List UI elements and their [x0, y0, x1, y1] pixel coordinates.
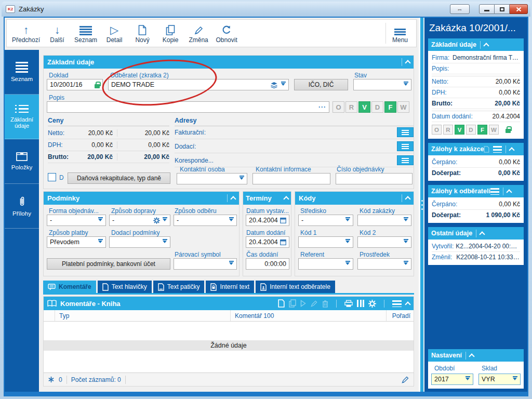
new-record-icon[interactable] [278, 299, 285, 308]
doklad-input[interactable] [50, 81, 95, 88]
platebni-podminky-button[interactable]: Platební podmínky, bankovní účet [47, 258, 170, 270]
sidebar-item-prilohy[interactable]: Přílohy [5, 184, 39, 229]
toolbar-button-menu[interactable]: Menu [386, 21, 414, 46]
copy-record-icon[interactable] [289, 299, 296, 308]
column-poradi[interactable]: Pořadí [387, 312, 414, 320]
fakturacni-menu-button[interactable] [397, 127, 414, 137]
menu-icon[interactable] [490, 188, 499, 195]
kontaktni-osoba-dropdown[interactable] [177, 173, 247, 184]
new-page-icon[interactable] [484, 146, 489, 153]
grid-menu-icon[interactable] [392, 300, 402, 307]
collapse-icon[interactable] [506, 189, 512, 195]
cas-dodani-field[interactable]: 0:00:00 [246, 258, 289, 270]
prostredek-dropdown[interactable] [357, 258, 411, 270]
popis-field[interactable]: ··· [47, 101, 329, 113]
ico-dic-button[interactable]: IČO, DIČ [294, 79, 348, 90]
korespondencni-menu-button[interactable] [397, 155, 414, 165]
collapse-icon[interactable] [230, 196, 236, 202]
window-swap-button[interactable]: ⇔ [450, 4, 470, 14]
toolbar-button-dalsi[interactable]: ↓ Další [43, 21, 71, 46]
referent-dropdown[interactable] [298, 258, 353, 270]
forma-dropdown[interactable]: - [47, 215, 106, 226]
menu-icon [402, 144, 409, 149]
flag-f[interactable]: F [384, 101, 396, 113]
settings-gear-icon[interactable] [368, 300, 376, 308]
datum-dodani-field[interactable]: 20.4.2004 [246, 236, 289, 248]
restore-button[interactable] [495, 4, 510, 14]
toolbar-button-kopie[interactable]: Kopie [156, 21, 184, 46]
d-checkbox[interactable] [48, 173, 56, 181]
datum-vystaveni-field[interactable]: 20.4.2004 [246, 215, 289, 226]
stav-dropdown[interactable] [353, 79, 411, 90]
doprava-dropdown[interactable]: - [109, 215, 170, 226]
gear-icon[interactable] [153, 217, 160, 224]
toolbar-button-seznam[interactable]: Seznam [71, 21, 100, 46]
play-icon[interactable] [300, 300, 306, 307]
odberatel-input[interactable] [111, 81, 270, 88]
sidebar-item-polozky[interactable]: Položky [5, 139, 39, 184]
calendar-icon[interactable] [280, 217, 286, 223]
minimize-button[interactable] [479, 4, 495, 14]
dropdown-arrow-icon [512, 376, 517, 383]
cislo-objednavky-input[interactable] [339, 175, 409, 182]
kontaktni-informace-input[interactable] [256, 175, 327, 182]
kod-zakazky-dropdown[interactable] [357, 215, 411, 226]
sidebar-item-zakladni-udaje[interactable]: Základní údaje [5, 95, 39, 139]
toolbar-button-detail[interactable]: ▷ Detail [100, 21, 128, 46]
dropdown-arrow-icon[interactable] [281, 82, 286, 88]
dodaci-menu-button[interactable] [397, 141, 414, 151]
column-komentar[interactable]: Komentář 100 [231, 310, 387, 321]
layers-icon[interactable] [270, 82, 278, 88]
toolbar-button-zmena[interactable]: Změna [184, 21, 212, 46]
kod1-dropdown[interactable] [298, 236, 353, 248]
kod2-dropdown[interactable] [357, 236, 411, 248]
menu-icon[interactable] [493, 146, 502, 153]
flag-w[interactable]: W [397, 101, 409, 113]
main-toolbar: ↑ Předchozí ↓ Další Seznam ▷ Detail Nový [6, 19, 417, 47]
delete-record-icon[interactable] [322, 300, 328, 308]
flag-o[interactable]: O [332, 101, 344, 113]
flag-v[interactable]: V [358, 101, 370, 113]
tab-komentare[interactable]: Komentáře [43, 281, 96, 293]
odberatel-field[interactable] [108, 79, 289, 90]
calendar-icon[interactable] [280, 239, 286, 245]
collapse-icon[interactable] [469, 353, 474, 359]
platba-dropdown[interactable]: Převodem [47, 236, 106, 248]
doklad-field[interactable] [47, 79, 103, 90]
edit-record-icon[interactable] [310, 300, 318, 308]
sklad-dropdown[interactable]: VYR [478, 374, 521, 385]
collapse-icon[interactable] [405, 196, 410, 202]
flag-d[interactable]: D [371, 101, 383, 113]
tab-text-paticky[interactable]: Text patičky [153, 281, 205, 293]
tab-interni-text-odberatele[interactable]: Interní text odběratele [256, 281, 335, 293]
collapse-icon[interactable] [405, 301, 410, 307]
edit-icon[interactable] [401, 376, 409, 384]
toolbar-button-novy[interactable]: Nový [128, 21, 156, 46]
more-button[interactable]: ··· [318, 103, 326, 111]
collapse-icon[interactable] [483, 43, 489, 48]
popis-input[interactable] [50, 103, 318, 111]
danova-rekapitulace-button[interactable]: Daňová rekapitulace, typ daně [68, 172, 170, 184]
collapse-icon[interactable] [509, 147, 515, 153]
panel-splitter[interactable] [419, 18, 423, 392]
dodaci-podminky-dropdown[interactable] [109, 236, 170, 248]
toolbar-button-predchozi[interactable]: ↑ Předchozí [9, 21, 43, 46]
kontaktni-informace-field[interactable] [252, 173, 330, 184]
cislo-objednavky-field[interactable] [336, 173, 413, 184]
sidebar-item-seznam[interactable]: Seznam [5, 50, 39, 95]
collapse-icon[interactable] [283, 196, 289, 202]
flag-r[interactable]: R [345, 101, 357, 113]
print-icon[interactable] [344, 300, 353, 308]
obdobi-dropdown[interactable]: 2017 [431, 374, 473, 385]
tab-text-hlavicky[interactable]: Text hlavičky [98, 281, 152, 293]
close-button[interactable] [510, 4, 528, 14]
parovaci-dropdown[interactable] [174, 258, 237, 270]
tab-interni-text[interactable]: Interní text [206, 281, 254, 293]
stredisko-dropdown[interactable]: - [298, 215, 353, 226]
column-typ[interactable]: Typ [55, 310, 231, 321]
collapse-icon[interactable] [405, 60, 410, 65]
collapse-icon[interactable] [480, 231, 485, 237]
columns-icon[interactable] [357, 300, 364, 307]
odber-dropdown[interactable]: - [174, 215, 237, 226]
toolbar-button-obnovit[interactable]: Obnovit [212, 21, 241, 46]
